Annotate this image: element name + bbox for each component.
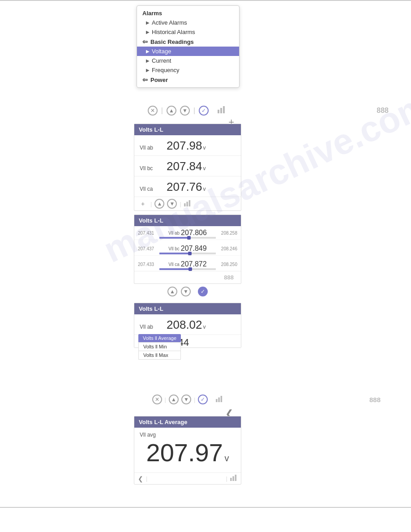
check-button[interactable]: ✓ (199, 106, 209, 116)
section1-chart-icon (184, 200, 191, 208)
bar3-label: Vll ca (168, 262, 179, 267)
vll-ca-value: 207.76 (167, 180, 202, 194)
vll-ca-unit: v (203, 186, 206, 192)
svg-rect-10 (232, 476, 234, 481)
down-button[interactable]: ▼ (180, 106, 190, 116)
toolbar3: ✕ | ▲ ▼ | ✓ 888 (0, 393, 393, 406)
bar2-right: 208.246 (216, 246, 237, 251)
bar3-dot (188, 267, 192, 271)
nav-check-btn[interactable]: ✓ (198, 287, 208, 296)
bar2-fill (159, 253, 190, 254)
nav-arrows-row: ▲ ▼ ✓ (0, 287, 393, 296)
basic-readings-label: Basic Readings (150, 39, 194, 45)
section4-label-row: Vll avg (134, 428, 241, 438)
tooltip-item1[interactable]: Volts ll Min (138, 342, 181, 351)
tooltip-overlay: Volts ll Average Volts ll Min Volts ll M… (138, 334, 181, 360)
section4-title: Volts L-L Average (134, 416, 241, 428)
s3-vll-ab-unit: v (203, 324, 206, 330)
arrow-icon: ▶ (146, 49, 150, 54)
arrow-icon: ▶ (146, 58, 150, 63)
dropdown-active-alarms[interactable]: ▶ Active Alarms (137, 18, 239, 27)
bar3-fill (159, 268, 190, 270)
s3-vll-ab-label: Vll ab (140, 324, 162, 330)
nav-down-btn[interactable]: ▼ (181, 287, 191, 296)
section3-wrapper: Volts L-L Vll ab 208.02 v Vll bc 208.44 (134, 303, 241, 348)
section1-up-btn[interactable]: ▲ (154, 199, 164, 209)
arrow-icon: ▶ (146, 20, 150, 25)
bar1-label: Vll ab (168, 231, 180, 236)
svg-rect-3 (184, 203, 186, 206)
power-label: Power (150, 77, 168, 83)
volts-ll-section2: Volts L-L 207.431 Vll ab 207.806 (134, 215, 241, 284)
svg-rect-8 (221, 396, 223, 402)
section1-plus-btn[interactable]: + (138, 199, 148, 209)
svg-rect-7 (218, 397, 220, 402)
dropdown-historical-alarms[interactable]: ▶ Historical Alarms (137, 27, 239, 37)
cancel-button[interactable]: ✕ (148, 106, 158, 116)
section1-body: Vll ab 207.98 v Vll bc 207.84 v Vll ca 2… (134, 135, 241, 197)
arrow-icon: ▶ (146, 30, 150, 34)
sep: | (150, 201, 152, 207)
bar2-left: 207.437 (138, 246, 159, 251)
separator1: | (161, 107, 163, 115)
dropdown-current[interactable]: ▶ Current (137, 56, 239, 65)
bar1-left: 207.431 (138, 231, 159, 236)
arrow-icon: ▶ (146, 68, 150, 73)
bar3-left: 207.433 (138, 262, 159, 267)
bar1-dot (187, 236, 191, 240)
dropdown-voltage[interactable]: ▶ Voltage (137, 47, 239, 56)
svg-rect-6 (216, 399, 218, 402)
section2-count: 888 (224, 274, 234, 281)
section4-label: Vll avg (140, 432, 156, 438)
toolbar3-cancel-btn[interactable]: ✕ (152, 395, 162, 404)
bar2-label: Vll bc (168, 246, 179, 251)
section1-down-btn[interactable]: ▼ (167, 199, 177, 209)
vll-ab-value: 207.98 (167, 139, 202, 153)
reading-row-vll-ab: Vll ab 207.98 v (134, 135, 241, 156)
bottom-divider (0, 507, 411, 508)
dropdown-basic-readings-header: ⇦ Basic Readings (137, 37, 239, 47)
volts-ll-section1: Volts L-L Vll ab 207.98 v Vll bc 207.84 … (134, 124, 241, 211)
back-icon: ⇦ (142, 38, 148, 45)
toolbar3-down-btn[interactable]: ▼ (181, 395, 191, 404)
svg-rect-1 (220, 108, 222, 113)
historical-alarms-label: Historical Alarms (152, 29, 195, 35)
dropdown-frequency[interactable]: ▶ Frequency (137, 65, 239, 75)
toolbar1-count: 888 (377, 107, 398, 115)
nav-up-btn[interactable]: ▲ (167, 287, 177, 296)
sep6: | (226, 475, 227, 482)
toolbar3-check-btn[interactable]: ✓ (198, 395, 208, 404)
reading-row-vll-ca: Vll ca 207.76 v (134, 176, 241, 197)
vll-bc-label: Vll bc (140, 165, 162, 172)
section3-row-ab: Vll ab 208.02 v (134, 314, 241, 335)
toolbar3-chart-icon (216, 396, 223, 403)
vll-bc-unit: v (203, 165, 206, 172)
bar3-value: 207.872 (181, 260, 207, 268)
bar1-track (159, 237, 216, 239)
bar1-value: 207.806 (181, 229, 207, 237)
toolbar1: ✕ | ▲ ▼ | ✓ 888 (0, 104, 393, 117)
svg-rect-4 (186, 202, 188, 206)
tooltip-highlighted[interactable]: Volts ll Average (138, 334, 181, 342)
svg-rect-2 (223, 106, 225, 113)
s3-vll-ab-value: 208.02 (167, 318, 202, 332)
dropdown-alarms-header: Alarms (137, 9, 239, 18)
tooltip-item2[interactable]: Volts ll Max (138, 351, 181, 360)
toolbar3-up-btn[interactable]: ▲ (169, 395, 179, 404)
section3-title: Volts L-L (134, 303, 241, 314)
dropdown-power-header: ⇦ Power (137, 75, 239, 85)
sep2: | (180, 201, 181, 207)
bar1-fill (159, 237, 189, 239)
section4-left-btn[interactable]: ❮ (138, 475, 143, 482)
bar2-value: 207.849 (181, 245, 207, 253)
svg-rect-0 (218, 110, 219, 113)
alarms-label: Alarms (142, 10, 162, 17)
section4-unit: v (224, 453, 229, 463)
section2-title: Volts L-L (134, 215, 241, 226)
bar3-track (159, 268, 216, 270)
section2-body: 207.431 Vll ab 207.806 (134, 226, 241, 271)
toolbar3-count: 888 (369, 396, 381, 403)
section4-chart-icon (230, 475, 237, 482)
vll-ab-unit: v (203, 145, 206, 151)
up-button[interactable]: ▲ (167, 106, 176, 116)
